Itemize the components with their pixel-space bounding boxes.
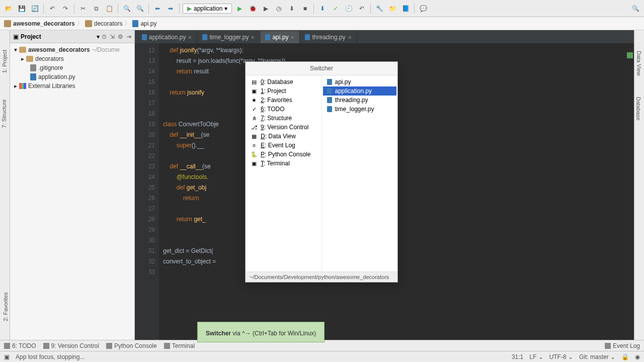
- tool-todo[interactable]: 6: TODO: [4, 342, 36, 349]
- status-icon[interactable]: ▣: [4, 353, 10, 360]
- strip-dataview[interactable]: Data View: [636, 51, 642, 76]
- redo-icon[interactable]: ↷: [60, 3, 71, 14]
- status-bar: ▣ App lost focus, stopping... 31:1 LF ⌄ …: [0, 351, 644, 362]
- sync-icon[interactable]: 🔄: [29, 3, 40, 14]
- collapse-icon[interactable]: ⇲: [110, 33, 115, 40]
- tool-event-log[interactable]: Event Log: [605, 342, 640, 349]
- switcher-file-api-py[interactable]: api.py: [323, 77, 397, 86]
- vcs-history-icon[interactable]: 🕘: [343, 3, 354, 14]
- forward-icon[interactable]: ➡: [165, 3, 176, 14]
- vcs-revert-icon[interactable]: ↶: [356, 3, 367, 14]
- switcher-file-application-py[interactable]: application.py: [323, 86, 397, 96]
- zoom-out-icon[interactable]: 🔍: [134, 3, 145, 14]
- tree-root[interactable]: ▾ awesome_decorators ~/Docume: [12, 45, 132, 54]
- search-icon[interactable]: 🔍: [630, 3, 641, 14]
- tool-python-console[interactable]: Python Console: [106, 342, 157, 349]
- close-icon[interactable]: ✕: [348, 35, 352, 40]
- vcs-commit-icon[interactable]: ✓: [330, 3, 341, 14]
- switcher-tool-event-log[interactable]: ≡E: Event Log: [247, 141, 320, 150]
- event-log-icon: [605, 343, 611, 349]
- run-icon[interactable]: ▶: [234, 3, 245, 14]
- profile-icon[interactable]: ◷: [273, 3, 284, 14]
- expand-icon[interactable]: ▸: [14, 82, 17, 89]
- chevron-down-icon: ▾: [224, 5, 227, 12]
- strip-database[interactable]: Database: [635, 97, 641, 120]
- tree-folder-decorators[interactable]: ▸ decorators: [12, 54, 132, 63]
- status-position[interactable]: 31:1: [512, 353, 523, 360]
- chevron-right-icon: 〉: [77, 19, 83, 28]
- switcher-tool-terminal[interactable]: ▣T: Terminal: [247, 159, 320, 168]
- settings-icon[interactable]: 🔧: [374, 3, 385, 14]
- zoom-in-icon[interactable]: 🔍: [121, 3, 132, 14]
- close-icon[interactable]: ✕: [251, 35, 255, 40]
- help-icon[interactable]: 💬: [418, 3, 429, 14]
- tooltip-title: Switcher: [206, 330, 231, 337]
- strip-favorites[interactable]: 2: Favorites: [3, 292, 9, 321]
- project-structure-icon[interactable]: 📁: [387, 3, 398, 14]
- expand-icon[interactable]: ▾: [14, 46, 17, 53]
- vcs-update-icon[interactable]: ⬇: [317, 3, 328, 14]
- close-icon[interactable]: ✕: [290, 35, 294, 40]
- status-line-ending[interactable]: LF ⌄: [529, 353, 543, 360]
- switcher-file-time_logger-py[interactable]: time_logger.py: [323, 105, 397, 114]
- save-icon[interactable]: 💾: [16, 3, 27, 14]
- switcher-file-threading-py[interactable]: threading.py: [323, 96, 397, 105]
- right-tool-strip: Data View Database: [634, 30, 644, 340]
- status-encoding[interactable]: UTF-8 ⌄: [549, 353, 573, 360]
- status-git[interactable]: Git: master ⌄: [579, 353, 615, 360]
- python-file-icon: [305, 34, 310, 40]
- hide-icon[interactable]: ⇥: [126, 33, 131, 40]
- tree-file-gitignore[interactable]: .gitignore: [12, 63, 132, 72]
- switcher-tool-structure[interactable]: ⋔7: Structure: [247, 114, 320, 123]
- coverage-icon[interactable]: ▶: [260, 3, 271, 14]
- tab-api[interactable]: api.py✕: [260, 31, 300, 43]
- switcher-tool-version-control[interactable]: ⎇9: Version Control: [247, 123, 320, 132]
- run-config-combo[interactable]: ▶ application ▾: [183, 4, 232, 14]
- strip-project[interactable]: 1: Project: [2, 50, 8, 73]
- switcher-title: Switcher: [246, 62, 397, 75]
- switcher-tool-todo[interactable]: ✓6: TODO: [247, 105, 320, 114]
- inspection-ok-icon: [627, 52, 633, 58]
- sdk-icon[interactable]: 📘: [400, 3, 411, 14]
- left-tool-strip: 1: Project 7: Structure 2: Favorites: [0, 30, 10, 340]
- close-icon[interactable]: ✕: [188, 35, 192, 40]
- status-message: App lost focus, stopping...: [16, 353, 85, 360]
- breadcrumb-root[interactable]: awesome_decorators: [4, 20, 75, 27]
- switcher-tool-python-console[interactable]: 🐍P: Python Console: [247, 150, 320, 159]
- stop-icon[interactable]: ■: [299, 3, 310, 14]
- expand-icon[interactable]: ▸: [21, 55, 24, 62]
- switcher-tool-project[interactable]: ▣1: Project: [247, 86, 320, 96]
- breadcrumb-file[interactable]: api.py: [132, 20, 156, 27]
- chevron-right-icon: 〉: [124, 19, 130, 28]
- debug-icon[interactable]: 🐞: [247, 3, 258, 14]
- strip-structure[interactable]: 7: Structure: [1, 100, 7, 128]
- library-icon: [19, 83, 26, 89]
- tab-time-logger[interactable]: time_logger.py✕: [197, 31, 260, 43]
- chevron-down-icon[interactable]: ▾: [97, 33, 100, 40]
- breadcrumb-folder[interactable]: decorators: [85, 20, 123, 27]
- tool-vcs[interactable]: 9: Version Control: [43, 342, 99, 349]
- back-icon[interactable]: ⬅: [152, 3, 163, 14]
- scroll-icon[interactable]: ⊙: [102, 33, 107, 40]
- paste-icon[interactable]: 📋: [104, 3, 115, 14]
- switcher-tool-data-view[interactable]: ▦D: Data View: [247, 132, 320, 141]
- tab-application[interactable]: application.py✕: [137, 31, 197, 43]
- switcher-tool-favorites[interactable]: ★2: Favorites: [247, 96, 320, 105]
- app-icon: ▶: [187, 5, 192, 12]
- tree-external-libraries[interactable]: ▸ External Libraries: [12, 81, 132, 90]
- lock-icon[interactable]: 🔒: [621, 353, 629, 360]
- attach-icon[interactable]: ⬇: [286, 3, 297, 14]
- cut-icon[interactable]: ✂: [77, 3, 89, 14]
- switcher-tool-database[interactable]: ▤0: Database: [247, 77, 320, 86]
- hektor-icon[interactable]: ◉: [635, 353, 640, 360]
- project-tree[interactable]: ▾ awesome_decorators ~/Docume ▸ decorato…: [10, 43, 134, 93]
- tree-file-application[interactable]: application.py: [12, 72, 132, 81]
- python-file-icon: [202, 34, 207, 40]
- undo-icon[interactable]: ↶: [47, 3, 58, 14]
- open-icon[interactable]: 📂: [3, 3, 14, 14]
- tab-threading[interactable]: threading.py✕: [300, 31, 357, 43]
- gear-icon[interactable]: ⚙: [118, 33, 123, 40]
- tool-terminal[interactable]: Terminal: [164, 342, 195, 349]
- todo-icon: [4, 343, 10, 349]
- copy-icon[interactable]: ⧉: [91, 3, 102, 14]
